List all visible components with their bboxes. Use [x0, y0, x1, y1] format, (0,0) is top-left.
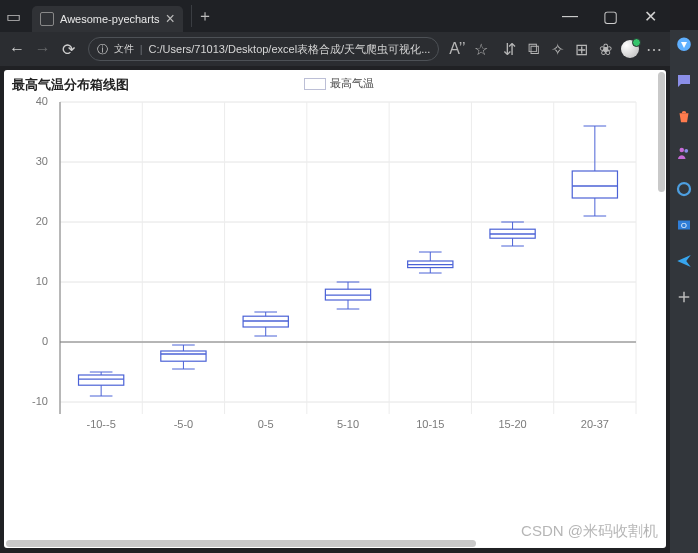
refresh-button[interactable]: ⟳ — [58, 37, 80, 61]
favorites-icon[interactable]: ☆ — [471, 38, 491, 60]
more-menu-icon[interactable]: ⋯ — [644, 38, 664, 60]
office-icon[interactable] — [675, 180, 693, 198]
x-tick-label: 5-10 — [337, 418, 359, 430]
url-badge: 文件 — [114, 42, 134, 56]
x-tick-label: -5-0 — [174, 418, 194, 430]
svg-text:O: O — [681, 221, 687, 230]
shopping-icon[interactable] — [675, 108, 693, 126]
y-tick-label: -10 — [18, 395, 48, 407]
x-tick-label: 0-5 — [258, 418, 274, 430]
maximize-button[interactable]: ▢ — [590, 0, 630, 32]
vertical-scrollbar[interactable] — [658, 72, 665, 192]
legend-swatch — [304, 78, 326, 90]
window-controls: — ▢ ✕ — [550, 0, 670, 32]
favorites-bar-icon[interactable]: ✧ — [548, 38, 568, 60]
reader-mode-icon[interactable]: A’’ — [447, 38, 467, 60]
y-tick-label: 0 — [18, 335, 48, 347]
tab-title: Awesome-pyecharts — [60, 13, 159, 25]
page-content: 最高气温分布箱线图 最高气温 -10010203040-10--5-5-00-5… — [4, 70, 666, 548]
browser-window: ▭ Awesome-pyecharts × ＋ — ▢ ✕ ← → ⟳ ⓘ 文件… — [0, 0, 670, 553]
sync-icon[interactable]: ⇵ — [499, 38, 519, 60]
outlook-icon[interactable]: O — [675, 216, 693, 234]
back-button[interactable]: ← — [6, 37, 28, 61]
minimize-button[interactable]: — — [550, 0, 590, 32]
send-icon[interactable] — [675, 252, 693, 270]
browser-tab[interactable]: Awesome-pyecharts × — [32, 6, 183, 32]
extensions-icon[interactable]: ⊞ — [572, 38, 592, 60]
url-text: C:/Users/71013/Desktop/excel表格合成/天气爬虫可视化… — [149, 42, 431, 57]
tab-actions-icon[interactable]: ▭ — [6, 7, 28, 26]
legend-label: 最高气温 — [330, 76, 374, 91]
add-sidebar-icon[interactable] — [675, 288, 693, 306]
chat-icon[interactable] — [675, 72, 693, 90]
copilot-icon[interactable] — [675, 36, 693, 54]
profile-avatar[interactable] — [620, 38, 640, 60]
svg-point-53 — [684, 149, 688, 153]
info-icon: ⓘ — [97, 42, 108, 57]
svg-rect-25 — [161, 351, 206, 361]
watermark-text: CSDN @米码收割机 — [521, 522, 658, 541]
svg-rect-20 — [79, 375, 124, 385]
y-tick-label: 10 — [18, 275, 48, 287]
address-bar-row: ← → ⟳ ⓘ 文件 | C:/Users/71013/Desktop/exce… — [0, 32, 670, 66]
edge-sidebar: O — [670, 30, 698, 553]
svg-point-52 — [680, 148, 685, 153]
people-icon[interactable] — [675, 144, 693, 162]
favicon-icon — [40, 12, 54, 26]
y-tick-label: 30 — [18, 155, 48, 167]
y-tick-label: 40 — [18, 95, 48, 107]
forward-button[interactable]: → — [32, 37, 54, 61]
x-tick-label: -10--5 — [86, 418, 115, 430]
performance-icon[interactable]: ❀ — [596, 38, 616, 60]
svg-rect-0 — [60, 102, 636, 414]
new-tab-button[interactable]: ＋ — [191, 5, 213, 27]
title-bar: ▭ Awesome-pyecharts × ＋ — ▢ ✕ — [0, 0, 670, 32]
tab-strip: ▭ Awesome-pyecharts × ＋ — [0, 0, 213, 32]
close-window-button[interactable]: ✕ — [630, 0, 670, 32]
y-tick-label: 20 — [18, 215, 48, 227]
chart-legend[interactable]: 最高气温 — [304, 76, 374, 91]
plot-svg — [18, 98, 648, 438]
close-tab-icon[interactable]: × — [165, 10, 174, 28]
x-tick-label: 10-15 — [416, 418, 444, 430]
collections-icon[interactable]: ⧉ — [524, 38, 544, 60]
horizontal-scrollbar[interactable] — [6, 540, 476, 547]
svg-rect-50 — [572, 171, 617, 198]
svg-point-54 — [678, 183, 690, 195]
x-tick-label: 20-37 — [581, 418, 609, 430]
address-bar[interactable]: ⓘ 文件 | C:/Users/71013/Desktop/excel表格合成/… — [88, 37, 440, 61]
boxplot-chart: -10010203040-10--5-5-00-55-1010-1515-202… — [18, 98, 648, 438]
x-tick-label: 15-20 — [498, 418, 526, 430]
